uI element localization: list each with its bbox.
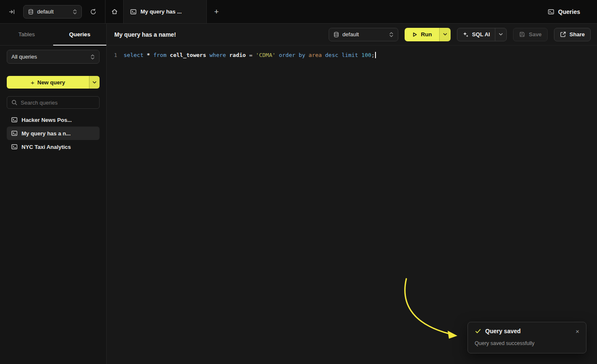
query-item-label: Hacker News Pos...: [22, 117, 72, 123]
app-root: default: [0, 0, 597, 364]
run-split-button: Run: [405, 28, 451, 41]
code-tokens: select * from cell_towers where radio = …: [124, 52, 375, 58]
query-item-label: My query has a n...: [22, 130, 70, 137]
chevron-down-icon: [443, 33, 447, 36]
sidebar-tab-tables[interactable]: Tables: [0, 24, 53, 45]
new-query-split-button: + New query: [7, 76, 100, 89]
share-icon: [560, 31, 566, 38]
save-label: Save: [529, 31, 541, 38]
database-icon: [333, 32, 339, 38]
query-toolbar: default Run: [329, 28, 591, 41]
database-icon: [28, 9, 34, 15]
new-query-button[interactable]: + New query: [7, 76, 89, 89]
code-line: 1 select * from cell_towers where radio …: [107, 51, 597, 59]
database-selector-value: default: [343, 31, 359, 38]
toast-header: Query saved ×: [475, 328, 579, 334]
toast-query-saved: Query saved × Query saved successfully: [467, 322, 586, 353]
queries-panel-button[interactable]: Queries: [548, 8, 580, 15]
sidebar-content: All queries + New query: [0, 46, 106, 160]
collapse-sidebar-button[interactable]: [5, 5, 18, 18]
page-title: My query has a name!: [114, 31, 176, 38]
query-list-item[interactable]: NYC Taxi Analytics: [7, 140, 100, 154]
search-icon: [11, 100, 17, 105]
topbar: default: [0, 0, 597, 24]
queries-panel-label: Queries: [558, 8, 580, 15]
database-selector-content: default: [333, 31, 359, 38]
main-panel: My query has a name! default: [107, 24, 597, 364]
query-icon: [548, 8, 554, 15]
updown-chevron-icon: [389, 32, 394, 38]
save-icon: [519, 31, 525, 38]
sidebar-tabs: Tables Queries: [0, 24, 106, 46]
toast-close-button[interactable]: ×: [575, 328, 579, 334]
sql-ai-options-button[interactable]: [495, 28, 506, 41]
toast-message: Query saved successfully: [475, 340, 579, 346]
refresh-button[interactable]: [87, 5, 100, 18]
topbar-left: default: [0, 0, 105, 23]
topbar-right: Queries: [548, 0, 597, 23]
query-icon: [11, 143, 18, 150]
plus-icon: +: [31, 79, 35, 86]
queries-filter-select[interactable]: All queries: [7, 50, 100, 64]
toast-title: Query saved: [485, 328, 521, 334]
chevron-down-icon: [499, 33, 503, 36]
chevron-down-icon: [92, 81, 97, 84]
body-row: Tables Queries All queries + New query: [0, 24, 597, 364]
line-number: 1: [114, 52, 119, 58]
query-item-label: NYC Taxi Analytics: [22, 144, 71, 150]
queries-filter-value: All queries: [11, 54, 37, 60]
updown-chevron-icon: [90, 54, 95, 60]
query-icon: [11, 130, 18, 137]
query-icon: [130, 8, 137, 15]
home-icon: [111, 8, 118, 15]
database-selector-value: default: [37, 8, 54, 15]
topbar-database-selector[interactable]: default: [23, 5, 82, 19]
run-options-button[interactable]: [439, 28, 451, 41]
tab-label: My query has ...: [140, 8, 182, 15]
sql-ai-button[interactable]: SQL AI: [457, 28, 495, 41]
home-button[interactable]: [105, 0, 123, 23]
tab-my-query[interactable]: My query has ...: [123, 0, 207, 23]
sidebar: Tables Queries All queries + New query: [0, 24, 107, 364]
collapse-sidebar-icon: [8, 8, 15, 15]
sidebar-tab-queries[interactable]: Queries: [53, 24, 106, 45]
refresh-icon: [90, 8, 97, 15]
query-list: Hacker News Pos... My query has a n...: [7, 113, 100, 154]
search-queries-input[interactable]: [21, 100, 95, 106]
tab-bar: My query has ... +: [105, 0, 226, 23]
save-button[interactable]: Save: [513, 28, 547, 41]
query-icon: [11, 116, 18, 123]
share-label: Share: [570, 31, 585, 38]
updown-chevron-icon: [73, 9, 77, 15]
check-icon: [475, 328, 481, 334]
query-header: My query has a name! default: [107, 24, 597, 46]
new-query-options-button[interactable]: [89, 76, 100, 89]
sparkle-icon: [462, 31, 469, 38]
text-cursor: [375, 52, 376, 58]
database-selector-content: default: [28, 8, 54, 15]
run-label: Run: [421, 31, 432, 38]
search-queries-box: [7, 96, 100, 109]
run-button[interactable]: Run: [405, 28, 439, 41]
sql-ai-label: SQL AI: [472, 31, 490, 38]
new-tab-button[interactable]: +: [207, 0, 226, 23]
new-query-label: New query: [38, 79, 65, 86]
play-icon: [412, 32, 418, 38]
toolbar-database-selector[interactable]: default: [329, 28, 398, 41]
share-button[interactable]: Share: [554, 28, 591, 41]
query-list-item[interactable]: Hacker News Pos...: [7, 113, 100, 127]
sql-editor[interactable]: 1 select * from cell_towers where radio …: [107, 46, 597, 364]
query-list-item[interactable]: My query has a n...: [7, 127, 100, 140]
sql-ai-split-button: SQL AI: [457, 28, 507, 41]
